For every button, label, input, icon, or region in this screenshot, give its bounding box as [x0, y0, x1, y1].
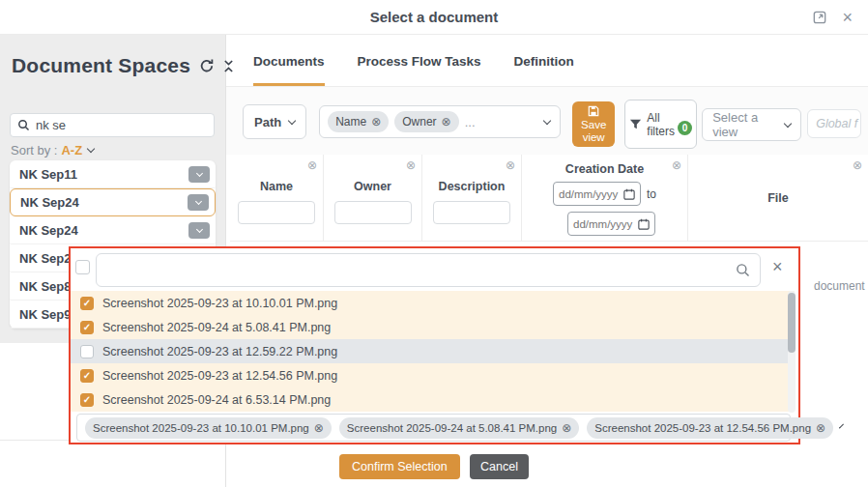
chevron-down-icon[interactable]: [87, 145, 95, 153]
sort-by-label: Sort by :: [11, 143, 57, 158]
space-row[interactable]: NK Sep24: [10, 188, 216, 216]
expand-icon[interactable]: [813, 11, 826, 24]
clear-column-icon[interactable]: ⊗: [506, 159, 515, 171]
selected-file-label: Screenshot 2025-09-24 at 5.08.41 PM.png: [347, 422, 557, 434]
date-from-input[interactable]: [559, 188, 621, 200]
option-checkbox[interactable]: [80, 345, 94, 358]
dropdown-option-row[interactable]: Screenshot 2025-09-23 at 12.54.56 PM.png: [71, 363, 795, 387]
cancel-button[interactable]: Cancel: [470, 454, 529, 479]
refresh-icon[interactable]: [199, 58, 215, 73]
calendar-icon[interactable]: [638, 218, 650, 230]
selected-file-chip[interactable]: Screenshot 2025-09-24 at 5.08.41 PM.png …: [339, 417, 579, 439]
select-view-label: Select a view: [712, 110, 785, 139]
all-filters-button[interactable]: All filters 0: [624, 100, 697, 149]
date-to-label: to: [647, 187, 656, 201]
name-filter-input[interactable]: [238, 201, 315, 224]
sort-value[interactable]: A-Z: [61, 143, 82, 158]
space-row[interactable]: NK Sep24: [10, 216, 216, 244]
path-dropdown-button[interactable]: Path: [243, 104, 306, 139]
chevron-down-icon[interactable]: [543, 116, 551, 124]
close-dropdown-icon[interactable]: ×: [772, 258, 783, 275]
column-description: ⊗ Description: [422, 155, 522, 241]
description-filter-input[interactable]: [433, 201, 510, 224]
dropdown-option-row[interactable]: Screenshot 2025-09-24 at 6.53.14 PM.png: [71, 387, 795, 412]
column-file: ⊗ File: [688, 155, 868, 241]
option-checkbox[interactable]: [80, 321, 94, 334]
filter-chip-label: Owner: [402, 115, 436, 129]
search-icon: [17, 119, 30, 131]
option-label: Screenshot 2025-09-24 at 6.53.14 PM.png: [102, 393, 331, 407]
remove-chip-icon[interactable]: ⊗: [562, 421, 571, 435]
clear-column-icon[interactable]: ⊗: [672, 159, 681, 171]
dropdown-option-row[interactable]: Screenshot 2025-09-23 at 12.59.22 PM.png: [71, 339, 795, 363]
combo-placeholder: ...: [465, 115, 476, 129]
dialog-titlebar: Select a document ×: [0, 0, 868, 35]
close-icon[interactable]: ×: [842, 9, 853, 26]
column-owner: ⊗ Owner: [324, 155, 422, 241]
dropdown-search-input[interactable]: [106, 263, 736, 277]
remove-chip-icon[interactable]: ⊗: [816, 421, 825, 435]
select-all-checkbox[interactable]: [75, 260, 90, 274]
option-checkbox[interactable]: [80, 297, 94, 310]
spaces-search-input[interactable]: [36, 118, 207, 132]
column-creation-date: ⊗ Creation Date to: [522, 155, 688, 241]
remove-chip-icon[interactable]: ⊗: [314, 421, 324, 435]
option-label: Screenshot 2025-09-23 at 12.54.56 PM.png: [102, 369, 337, 383]
scrollbar-thumb[interactable]: [788, 293, 796, 353]
filter-chip-label: Name: [335, 115, 366, 129]
chevron-down-icon: [195, 169, 202, 176]
selected-file-chip[interactable]: Screenshot 2025-09-23 at 10.10.01 PM.png…: [85, 417, 332, 439]
select-document-dialog: Select a document × Document Spaces So: [0, 0, 868, 487]
option-label: Screenshot 2025-09-24 at 5.08.41 PM.png: [102, 321, 331, 334]
date-to-input[interactable]: [573, 218, 635, 230]
column-label: File: [688, 191, 868, 205]
calendar-icon[interactable]: [623, 188, 635, 200]
option-checkbox[interactable]: [80, 369, 94, 383]
selected-file-chip[interactable]: Screenshot 2025-09-23 at 12.54.56 PM.png…: [587, 417, 833, 439]
dropdown-scrollbar: [788, 291, 796, 413]
option-label: Screenshot 2025-09-23 at 12.59.22 PM.png: [102, 345, 337, 358]
file-cell-partial-text: document: [814, 279, 865, 293]
chevron-down-icon: [288, 116, 296, 124]
save-view-button[interactable]: Save view: [572, 101, 615, 147]
dropdown-option-row[interactable]: Screenshot 2025-09-23 at 10.10.01 PM.png: [71, 291, 795, 315]
selected-file-label: Screenshot 2025-09-23 at 12.54.56 PM.png: [594, 422, 811, 434]
space-label: NK Sep24: [19, 223, 188, 238]
owner-filter-input[interactable]: [334, 201, 412, 224]
filter-columns-combo[interactable]: Name ⊗ Owner ⊗ ...: [319, 105, 561, 138]
space-actions-button[interactable]: [188, 194, 209, 211]
space-label: NK Sep24: [20, 195, 188, 210]
column-label: Creation Date: [522, 162, 687, 176]
file-multiselect-dropdown: × Screenshot 2025-09-23 at 10.10.01 PM.p…: [69, 246, 800, 444]
dropdown-option-row[interactable]: Screenshot 2025-09-24 at 5.08.41 PM.png: [71, 315, 795, 339]
chevron-down-icon: [784, 119, 792, 127]
filter-chip[interactable]: Name ⊗: [328, 111, 389, 132]
filters-count-badge: 0: [678, 121, 692, 135]
clear-column-icon[interactable]: ⊗: [406, 159, 416, 171]
remove-chip-icon[interactable]: ⊗: [442, 115, 451, 129]
column-name: ⊗ Name: [230, 155, 324, 241]
option-label: Screenshot 2025-09-23 at 10.10.01 PM.png: [102, 297, 337, 310]
option-checkbox[interactable]: [80, 393, 94, 407]
collapse-panel-icon[interactable]: [223, 59, 234, 73]
chevron-down-icon: [195, 225, 202, 232]
clear-column-icon[interactable]: ⊗: [307, 159, 317, 171]
clear-column-icon[interactable]: ⊗: [853, 159, 862, 171]
tab-documents[interactable]: Documents: [253, 54, 325, 86]
tab-definition[interactable]: Definition: [514, 54, 574, 86]
global-filters-button[interactable]: Global f: [807, 109, 861, 138]
dialog-footer: Confirm Selection Cancel: [0, 454, 868, 479]
sidebar-title: Document Spaces: [12, 54, 190, 77]
space-actions-button[interactable]: [188, 166, 210, 183]
remove-chip-icon[interactable]: ⊗: [371, 115, 381, 129]
space-row[interactable]: NK Sep11: [10, 160, 216, 188]
column-label: Owner: [324, 180, 421, 193]
filter-chip[interactable]: Owner ⊗: [394, 111, 458, 132]
table-header: ⊗ Name ⊗ Owner ⊗ Description ⊗ Creation …: [230, 155, 868, 242]
space-actions-button[interactable]: [188, 222, 210, 239]
select-view-dropdown[interactable]: Select a view: [702, 108, 801, 141]
tab-process-flow-tasks[interactable]: Process Flow Tasks: [358, 54, 481, 86]
funnel-icon: [629, 118, 642, 130]
confirm-selection-button[interactable]: Confirm Selection: [339, 454, 460, 479]
search-icon: [736, 263, 750, 277]
